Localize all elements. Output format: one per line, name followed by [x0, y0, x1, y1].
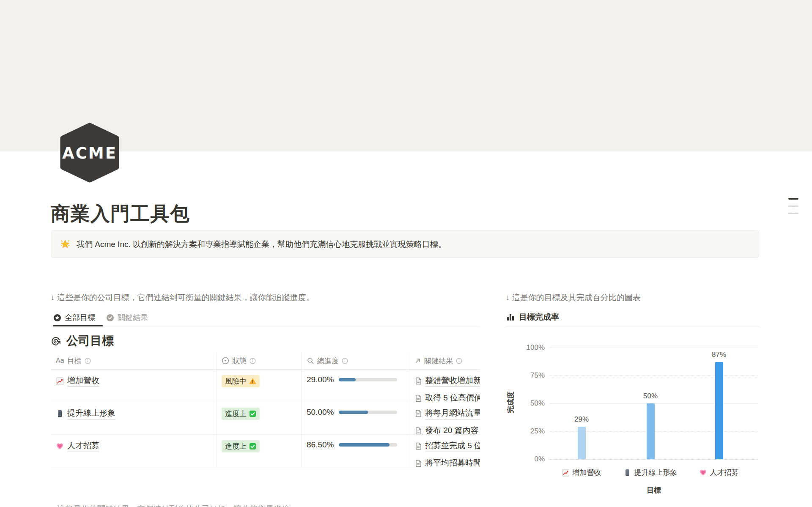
- bar-value-label: 29%: [574, 415, 589, 424]
- category-label: 人才招募: [710, 468, 739, 477]
- goal-title: 提升線上形象: [67, 408, 115, 419]
- x-category-talent-recruiting: 人才招募: [700, 468, 739, 477]
- goal-completion-chart: 完成度 100% 75% 50% 25% 0% 29% 50% 87%: [506, 309, 761, 507]
- progress-value: 50.00%: [307, 408, 334, 417]
- column-label: 關鍵結果: [424, 356, 453, 366]
- mobile-phone-emoji: [624, 469, 631, 477]
- acme-hexagon-icon: ACME: [59, 123, 120, 183]
- status-badge-on-track[interactable]: 進度上: [222, 408, 260, 420]
- logo-text: ACME: [62, 144, 117, 162]
- callout-block: 我們 Acme Inc. 以創新的解決方案和專業指導賦能企業，幫助他們充滿信心地…: [51, 230, 759, 258]
- active-tab-underline: [53, 325, 103, 326]
- growing-heart-emoji: [700, 469, 707, 477]
- toc-line[interactable]: [788, 213, 798, 214]
- page-icon: [414, 410, 422, 417]
- status-label: 風險中: [225, 376, 247, 386]
- key-result-link[interactable]: 取得 5 位高價值: [414, 392, 480, 402]
- x-category-increase-revenue: 增加營收: [562, 468, 601, 477]
- page-title[interactable]: 商業入門工具包: [51, 201, 190, 227]
- goal-link-online-presence[interactable]: 提升線上形象: [56, 408, 216, 419]
- x-axis-line: [550, 459, 758, 460]
- key-result-title: 將每月網站流量: [425, 408, 480, 419]
- callout-text: 我們 Acme Inc. 以創新的解決方案和專業指導賦能企業，幫助他們充滿信心地…: [77, 239, 446, 250]
- goal-link-talent-recruiting[interactable]: 人才招募: [56, 440, 216, 452]
- progress-cell: 29.00%: [307, 375, 409, 384]
- view-tabs: 全部目標 關鍵結果: [51, 309, 480, 326]
- progress-value: 29.00%: [307, 375, 334, 384]
- category-label: 提升線上形象: [634, 468, 678, 477]
- search-icon: [307, 357, 314, 364]
- star-circle-icon: [53, 314, 61, 322]
- x-category-online-presence: 提升線上形象: [624, 468, 678, 477]
- info-icon: [85, 358, 91, 364]
- title-property-icon: Aa: [56, 357, 64, 364]
- key-result-link[interactable]: 將平均招募時間: [414, 458, 480, 467]
- status-label: 進度上: [225, 441, 247, 451]
- status-badge-at-risk[interactable]: 風險中: [222, 375, 260, 387]
- cover-image[interactable]: [0, 0, 812, 151]
- bar-talent-recruiting: [715, 362, 723, 459]
- table-of-contents-indicator[interactable]: [788, 198, 798, 214]
- column-header-key-results[interactable]: 關鍵結果: [409, 352, 480, 369]
- clipped-bottom-text: ↓ 這些是你的關鍵結果，它們連結到你的公司目標，讓你能衡量進度。: [51, 504, 516, 507]
- key-result-link[interactable]: 招募並完成 5 位: [414, 440, 480, 452]
- bar-group-talent-recruiting: 87%: [700, 351, 738, 459]
- progress-bar: [339, 411, 397, 414]
- tab-key-results[interactable]: 關鍵結果: [106, 309, 148, 326]
- y-tick: 100%: [511, 343, 545, 352]
- column-label: 目標: [67, 356, 82, 366]
- page-icon: [414, 442, 422, 450]
- info-icon: [342, 358, 348, 364]
- progress-cell: 86.50%: [307, 440, 409, 449]
- company-goals-table: Aa 目標 狀態 總進度 關鍵結果: [51, 352, 480, 467]
- relation-icon: [414, 357, 421, 364]
- key-result-title: 整體營收增加新: [425, 375, 480, 387]
- y-tick: 0%: [511, 455, 545, 463]
- table-row: 提升線上形象 進度上 50.00% 將每月網站流量: [51, 402, 480, 435]
- bar-value-label: 50%: [643, 392, 658, 400]
- bar-group-online-presence: 50%: [631, 392, 669, 459]
- chart-increasing-emoji: [56, 377, 64, 385]
- progress-bar: [339, 378, 397, 381]
- key-result-link[interactable]: 整體營收增加新: [414, 375, 480, 387]
- column-header-goal[interactable]: Aa 目標: [51, 352, 216, 369]
- page-icon: [414, 377, 422, 385]
- table-row: 增加營收 風險中 29.00% 整體營收增加新: [51, 370, 480, 402]
- bar-value-label: 87%: [712, 351, 726, 359]
- column-label: 總進度: [317, 356, 339, 366]
- column-header-status[interactable]: 狀態: [216, 352, 301, 369]
- progress-bar: [339, 443, 397, 447]
- y-tick: 50%: [511, 399, 545, 408]
- target-dart-icon: [51, 335, 62, 347]
- progress-cell: 50.00%: [307, 408, 409, 417]
- warning-emoji: [249, 378, 256, 385]
- status-label: 進度上: [225, 409, 247, 419]
- key-result-title: 取得 5 位高價值: [425, 392, 480, 402]
- y-tick: 25%: [511, 427, 545, 436]
- column-header-progress[interactable]: 總進度: [301, 352, 409, 369]
- section-heading-text: 公司目標: [66, 333, 114, 349]
- y-tick: 75%: [511, 371, 545, 380]
- company-goals-heading: 公司目標: [51, 333, 114, 349]
- tab-all-goals[interactable]: 全部目標: [53, 309, 95, 326]
- goal-link-increase-revenue[interactable]: 增加營收: [56, 375, 216, 387]
- table-header-row: Aa 目標 狀態 總進度 關鍵結果: [51, 352, 480, 370]
- bar-online-presence: [647, 403, 655, 459]
- chart-plot-area: 29% 50% 87%: [550, 348, 758, 459]
- toc-line[interactable]: [788, 206, 798, 207]
- category-label: 增加營收: [573, 468, 601, 477]
- tab-label: 關鍵結果: [118, 312, 148, 323]
- bar-group-increase-revenue: 29%: [562, 415, 601, 459]
- key-result-title: 將平均招募時間: [425, 458, 480, 467]
- toc-line[interactable]: [788, 198, 798, 200]
- key-result-link[interactable]: 發布 20 篇內容: [414, 425, 480, 434]
- goal-title: 增加營收: [67, 375, 99, 387]
- status-badge-on-track[interactable]: 進度上: [222, 440, 260, 452]
- page-icon: [414, 427, 422, 434]
- key-result-title: 發布 20 篇內容: [425, 425, 479, 434]
- key-result-link[interactable]: 將每月網站流量: [414, 408, 480, 419]
- growing-heart-emoji: [56, 442, 64, 450]
- check-mark-emoji: [249, 443, 256, 450]
- page-icon-acme-logo[interactable]: ACME: [59, 123, 120, 183]
- notion-page: ACME 商業入門工具包 我們 Acme Inc. 以創新的解決方案和專業指導賦…: [0, 0, 812, 507]
